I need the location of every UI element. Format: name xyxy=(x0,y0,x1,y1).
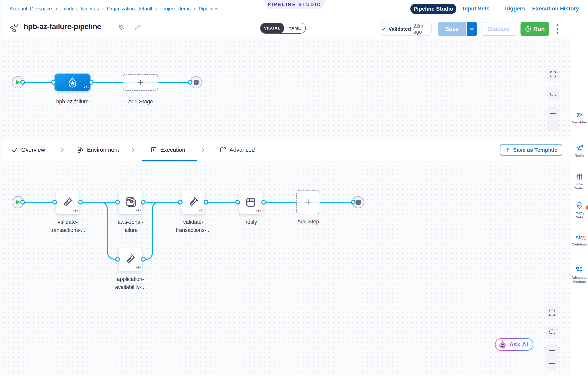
code-icon: </> xyxy=(576,234,583,241)
nav-triggers[interactable]: Triggers xyxy=(503,0,525,17)
stage-canvas[interactable]: </> hpb-az-failure Add Stage xyxy=(0,38,571,139)
toggle-visual[interactable]: VISUAL xyxy=(260,23,284,34)
connector-port xyxy=(89,80,94,85)
connector-port xyxy=(51,80,56,85)
pipeline-icon xyxy=(9,23,19,33)
sidebar-item-advanced-options[interactable]: Advanced Options xyxy=(571,266,588,284)
tab-environment[interactable]: Environment xyxy=(77,139,119,160)
save-as-template-label: Save as Template xyxy=(513,147,557,153)
breadcrumb-pipelines[interactable]: Pipelines xyxy=(199,6,219,12)
add-step-label: Add Step xyxy=(279,218,338,226)
ask-ai-button[interactable]: Ask AI xyxy=(495,338,533,351)
add-step-button[interactable] xyxy=(296,190,320,214)
sidebar-item-flow-control[interactable]: Flow Control xyxy=(571,173,588,190)
page-title: hpb-az-failure-pipeline xyxy=(24,22,101,31)
yaml-snippet-icon[interactable]: </> xyxy=(256,208,261,213)
test-tube-icon xyxy=(124,253,136,265)
nav-pipeline-studio[interactable]: Pipeline Studio xyxy=(410,4,456,14)
top-header: Account: Devspace_all_module_licenses › … xyxy=(0,0,588,17)
pipeline-toolbar: hpb-az-failure-pipeline 1 VISUAL YAML Va… xyxy=(0,17,571,38)
save-as-template-button[interactable]: Save as Template xyxy=(500,144,562,156)
step-label: validate- transactions-... xyxy=(38,218,97,234)
yaml-snippet-icon[interactable]: </> xyxy=(74,208,78,213)
yaml-snippet-icon[interactable]: </> xyxy=(84,85,88,90)
connector-port xyxy=(204,200,208,204)
sliders-icon xyxy=(576,173,583,180)
execution-connectors xyxy=(0,161,571,376)
environment-icon xyxy=(77,146,84,153)
plus-icon xyxy=(136,78,145,87)
tag-count: 1 xyxy=(126,24,129,31)
stop-icon xyxy=(356,200,361,205)
zoom-in-button[interactable] xyxy=(548,347,556,354)
save-options-button[interactable] xyxy=(466,22,477,36)
discard-button[interactable]: Discard xyxy=(482,22,516,36)
visual-yaml-toggle[interactable]: VISUAL YAML xyxy=(260,23,306,34)
breadcrumb-account[interactable]: Account: Devspace_all_module_licenses xyxy=(10,6,99,12)
chevron-right-icon xyxy=(201,139,205,160)
breadcrumb: Account: Devspace_all_module_licenses › … xyxy=(10,0,219,17)
breadcrumb-organization[interactable]: Organization: default xyxy=(107,6,152,12)
nav-execution-history[interactable]: Execution History xyxy=(532,0,579,17)
save-split-button[interactable]: Save xyxy=(438,22,477,36)
step-node-validate-transactions-1[interactable]: </> xyxy=(56,190,80,214)
step-node-validate-transactions-2[interactable]: </> xyxy=(181,190,205,214)
check-icon xyxy=(381,26,386,32)
connector-port xyxy=(188,80,192,85)
tab-execution[interactable]: Execution xyxy=(150,139,185,160)
connector-port xyxy=(351,200,356,204)
sidebar-item-variables[interactable]: Σˣ Variables xyxy=(571,112,588,124)
table-icon xyxy=(245,196,257,208)
step-node-application-availability[interactable]: </> xyxy=(119,247,142,271)
connector-port xyxy=(115,257,120,262)
sidebar-item-label: Notify xyxy=(575,153,584,158)
sidebar-item-label: Policy Sets xyxy=(571,211,588,219)
advanced-icon xyxy=(220,146,226,153)
step-node-aws-zonal-failure[interactable]: </> xyxy=(119,190,142,214)
right-sidebar: Σˣ Variables Notify Flow Control Policy … xyxy=(571,17,588,376)
sidebar-item-notify[interactable]: Notify xyxy=(571,144,588,158)
breadcrumb-separator: › xyxy=(156,6,157,12)
zoom-in-button[interactable] xyxy=(549,110,556,117)
tab-advanced[interactable]: Advanced xyxy=(220,139,255,160)
sidebar-item-policy-sets[interactable]: Policy Sets xyxy=(571,201,588,219)
zoom-out-button[interactable] xyxy=(548,360,556,367)
paper-plane-icon xyxy=(576,144,583,152)
fullscreen-button[interactable] xyxy=(546,307,558,319)
connector-port xyxy=(141,257,146,262)
stage-node-hpb-az-failure[interactable]: </> xyxy=(55,74,90,91)
save-button[interactable]: Save xyxy=(438,22,466,36)
multi-select-button[interactable] xyxy=(547,87,559,99)
chevron-right-icon xyxy=(60,139,64,160)
upload-icon xyxy=(505,147,511,153)
yaml-snippet-icon[interactable]: </> xyxy=(136,208,140,213)
sidebar-item-codebase[interactable]: </> Codebase xyxy=(571,234,588,247)
experiment-icon xyxy=(124,196,136,208)
tab-overview[interactable]: Overview xyxy=(11,139,45,160)
run-button[interactable]: Run xyxy=(521,22,549,36)
breadcrumb-project[interactable]: Project: demo xyxy=(160,6,190,12)
fullscreen-button[interactable] xyxy=(547,68,559,80)
tab-execution-label: Execution xyxy=(160,147,185,153)
connector-port xyxy=(20,80,25,85)
add-stage-button[interactable] xyxy=(123,74,158,91)
step-node-notify[interactable]: </> xyxy=(239,190,262,214)
run-label: Run xyxy=(533,26,545,32)
more-options-icon[interactable] xyxy=(553,22,561,36)
connector-port xyxy=(78,200,83,204)
add-stage-label: Add Stage xyxy=(111,98,170,106)
plus-icon xyxy=(304,198,313,207)
tags-indicator[interactable]: 1 xyxy=(118,24,129,31)
yaml-snippet-icon[interactable]: </> xyxy=(136,266,140,270)
play-icon xyxy=(15,80,21,85)
step-label: aws-zonal- failure xyxy=(101,218,160,234)
step-label: validate- transactions-... xyxy=(164,218,223,234)
nav-input-sets[interactable]: Input Sets xyxy=(463,0,489,17)
multi-select-button[interactable] xyxy=(546,326,558,337)
edit-title-icon[interactable] xyxy=(134,24,141,32)
zoom-out-button[interactable] xyxy=(549,122,556,129)
execution-canvas[interactable]: </> </> </> xyxy=(0,161,571,376)
toggle-yaml[interactable]: YAML xyxy=(284,23,305,34)
warning-badge-icon xyxy=(580,236,587,242)
yaml-snippet-icon[interactable]: </> xyxy=(199,208,203,213)
